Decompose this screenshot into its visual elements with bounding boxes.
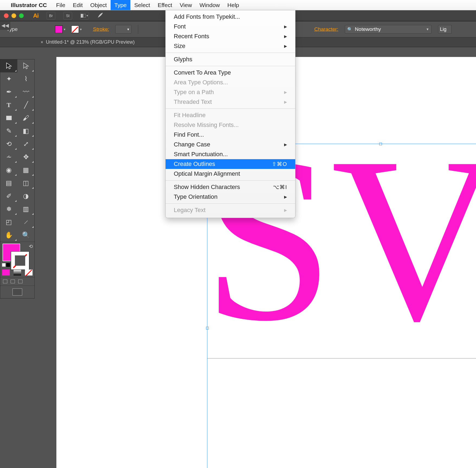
character-panel-label[interactable]: Character: xyxy=(314,26,338,32)
symbol-sprayer-tool[interactable]: ❅ xyxy=(0,203,17,216)
menu-type[interactable]: Type xyxy=(111,0,131,10)
close-tab-icon[interactable]: × xyxy=(41,40,43,45)
font-family-select[interactable]: 🔍 Noteworthy ▼ xyxy=(345,25,432,34)
scale-tool[interactable]: ⤢ xyxy=(17,137,34,150)
fill-stroke-control[interactable]: ⟲ xyxy=(0,242,34,268)
pen-tool[interactable]: ✒ xyxy=(0,85,17,98)
free-transform-tool[interactable]: ✥ xyxy=(17,150,34,164)
menu-view[interactable]: View xyxy=(176,0,196,10)
stock-button[interactable]: St xyxy=(63,12,72,20)
submenu-arrow-icon: ▶ xyxy=(284,44,287,48)
menu-separator xyxy=(166,108,295,109)
menu-item-resolve-missing-fonts: Resolve Missing Fonts... xyxy=(166,120,295,130)
menu-item-find-font[interactable]: Find Font... xyxy=(166,130,295,140)
perspective-grid-tool[interactable]: ▦ xyxy=(17,164,34,177)
eyedropper-tool[interactable]: ✐ xyxy=(0,190,17,203)
zoom-window-icon[interactable] xyxy=(19,13,24,18)
menu-item-recent-fonts[interactable]: Recent Fonts▶ xyxy=(166,31,295,41)
menu-item-type-orientation[interactable]: Type Orientation▶ xyxy=(166,192,295,202)
menu-item-threaded-text: Threaded Text▶ xyxy=(166,97,295,107)
column-graph-tool[interactable]: ▥ xyxy=(17,203,34,216)
menu-select[interactable]: Select xyxy=(130,0,154,10)
svg-rect-1 xyxy=(83,14,86,18)
artboard-tool[interactable]: ◰ xyxy=(0,216,17,229)
menu-item-label: Add Fonts from Typekit... xyxy=(174,13,240,20)
eraser-tool[interactable]: ◧ xyxy=(17,124,34,137)
menu-help[interactable]: Help xyxy=(224,0,243,10)
stroke-color-swatch[interactable]: ▼ xyxy=(71,25,84,34)
panel-collapse-toggle[interactable]: ◀◀ xyxy=(0,21,10,30)
hand-tool[interactable]: ✋ xyxy=(0,229,17,242)
menu-item-label: Type Orientation xyxy=(174,193,217,200)
menu-separator xyxy=(166,66,295,66)
font-family-value: Noteworthy xyxy=(355,26,381,32)
curvature-tool[interactable]: 〰 xyxy=(17,85,34,98)
shape-builder-tool[interactable]: ◉ xyxy=(0,164,17,177)
pencil-tool[interactable]: ✎ xyxy=(0,124,17,137)
menu-item-font[interactable]: Font▶ xyxy=(166,22,295,31)
font-style-select[interactable]: Lig xyxy=(438,25,452,34)
slice-tool[interactable]: ⟋ xyxy=(17,216,34,229)
menu-item-label: Font xyxy=(174,23,186,30)
menu-object[interactable]: Object xyxy=(86,0,111,10)
type-tool[interactable]: T xyxy=(0,98,17,111)
menu-effect[interactable]: Effect xyxy=(154,0,176,10)
fill-color-swatch[interactable]: ▼ xyxy=(55,25,67,34)
type-menu-dropdown: Add Fonts from Typekit...Font▶Recent Fon… xyxy=(165,10,295,218)
none-mode-button[interactable] xyxy=(23,268,34,277)
app-logo-icon: Ai xyxy=(33,12,38,19)
menu-item-change-case[interactable]: Change Case▶ xyxy=(166,140,295,149)
menu-window[interactable]: Window xyxy=(196,0,224,10)
gradient-tool[interactable]: ◫ xyxy=(17,177,34,190)
menu-item-optical-margin-alignment[interactable]: Optical Margin Alignment xyxy=(166,169,295,179)
paintbrush-tool[interactable]: 🖌 xyxy=(17,111,34,124)
document-tab[interactable]: × Untitled-1* @ 213% (RGB/GPU Preview) xyxy=(41,39,135,45)
draw-mode-buttons[interactable] xyxy=(0,277,34,286)
menu-item-shortcut: ⇧⌘O xyxy=(272,161,287,167)
selection-tool[interactable] xyxy=(0,59,17,72)
menu-item-label: Size xyxy=(174,43,185,50)
stroke-label[interactable]: Stroke: xyxy=(93,26,109,32)
menu-item-label: Create Outlines xyxy=(174,161,215,168)
menu-item-create-outlines[interactable]: Create Outlines⇧⌘O xyxy=(166,159,295,169)
menu-item-show-hidden-characters[interactable]: Show Hidden Characters⌥⌘I xyxy=(166,182,295,192)
line-segment-tool[interactable]: ╱ xyxy=(17,98,34,111)
menu-edit[interactable]: Edit xyxy=(69,0,86,10)
menu-separator xyxy=(166,203,295,204)
menu-separator xyxy=(166,53,295,53)
blend-tool[interactable]: ◑ xyxy=(17,190,34,203)
screen-mode-button[interactable] xyxy=(0,286,34,298)
zoom-tool[interactable]: 🔍 xyxy=(17,229,34,242)
close-window-icon[interactable] xyxy=(4,13,9,18)
submenu-arrow-icon: ▶ xyxy=(284,142,287,147)
gpu-preview-icon[interactable] xyxy=(97,12,104,20)
direct-selection-tool[interactable] xyxy=(17,59,34,72)
menu-item-size[interactable]: Size▶ xyxy=(166,41,295,51)
minimize-window-icon[interactable] xyxy=(11,13,16,18)
rectangle-tool[interactable] xyxy=(0,111,17,124)
mac-menubar: Illustrator CC File Edit Object Type Sel… xyxy=(0,0,476,10)
stroke-swatch-icon[interactable] xyxy=(11,252,29,270)
width-tool[interactable]: ⩪ xyxy=(0,150,17,164)
menu-item-add-fonts-from-typekit[interactable]: Add Fonts from Typekit... xyxy=(166,12,295,22)
menu-item-smart-punctuation[interactable]: Smart Punctuation... xyxy=(166,149,295,159)
submenu-arrow-icon: ▶ xyxy=(284,195,287,199)
default-fill-stroke-icon[interactable] xyxy=(2,263,10,267)
color-mode-button[interactable] xyxy=(0,268,12,277)
mesh-tool[interactable]: ▤ xyxy=(0,177,17,190)
menu-item-glyphs[interactable]: Glyphs xyxy=(166,55,295,64)
submenu-arrow-icon: ▶ xyxy=(284,100,287,104)
menu-item-label: Find Font... xyxy=(174,131,204,138)
stroke-weight-input[interactable]: ▼ xyxy=(115,25,131,34)
swap-fill-stroke-icon[interactable]: ⟲ xyxy=(29,243,33,249)
rotate-tool[interactable]: ⟲ xyxy=(0,137,17,150)
magic-wand-tool[interactable]: ✦ xyxy=(0,72,17,85)
menu-file[interactable]: File xyxy=(52,0,69,10)
menu-item-convert-to-area-type[interactable]: Convert To Area Type xyxy=(166,68,295,78)
submenu-arrow-icon: ▶ xyxy=(284,24,287,29)
search-icon: 🔍 xyxy=(347,27,353,32)
arrange-documents-button[interactable]: ▼ xyxy=(80,12,89,20)
bridge-button[interactable]: Br xyxy=(47,12,55,20)
lasso-tool[interactable]: ⌇ xyxy=(17,72,34,85)
menu-item-label: Fit Headline xyxy=(174,112,205,119)
